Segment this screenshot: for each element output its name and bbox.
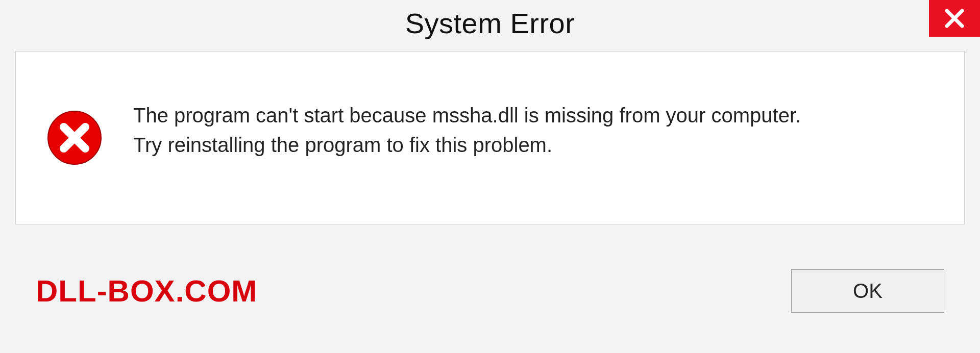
dialog-titlebar: System Error (0, 0, 980, 46)
dialog-title: System Error (405, 7, 575, 40)
ok-button-label: OK (853, 280, 883, 302)
message-line-1: The program can't start because mssha.dl… (133, 100, 934, 130)
dialog-content: The program can't start because mssha.dl… (15, 51, 965, 224)
dialog-footer: DLL-BOX.COM OK (15, 224, 965, 337)
brand-watermark: DLL-BOX.COM (36, 273, 257, 309)
ok-button[interactable]: OK (791, 269, 944, 313)
error-icon (46, 110, 103, 166)
message-line-2: Try reinstalling the program to fix this… (133, 130, 934, 160)
close-icon (944, 8, 965, 29)
close-button[interactable] (929, 0, 980, 37)
dialog-message: The program can't start because mssha.dl… (133, 100, 934, 175)
